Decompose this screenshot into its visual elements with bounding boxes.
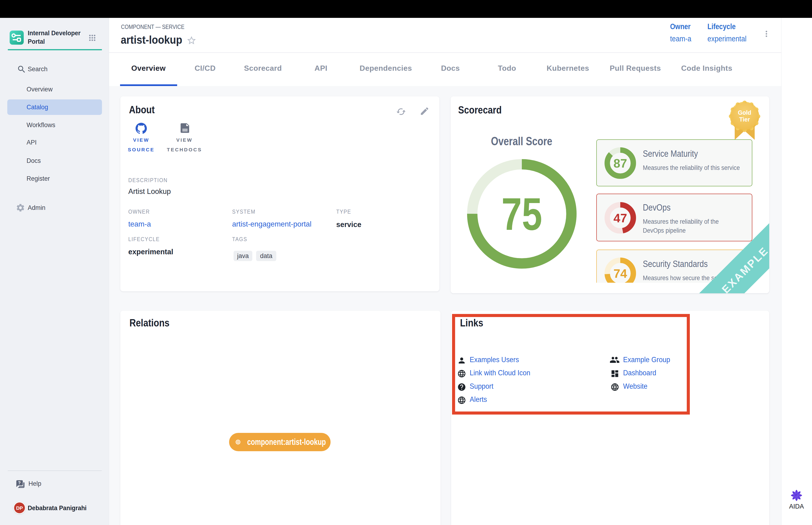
svg-text:?: ? <box>18 480 21 485</box>
svg-text:Gold: Gold <box>738 109 751 116</box>
svg-text:Tier: Tier <box>739 116 750 123</box>
